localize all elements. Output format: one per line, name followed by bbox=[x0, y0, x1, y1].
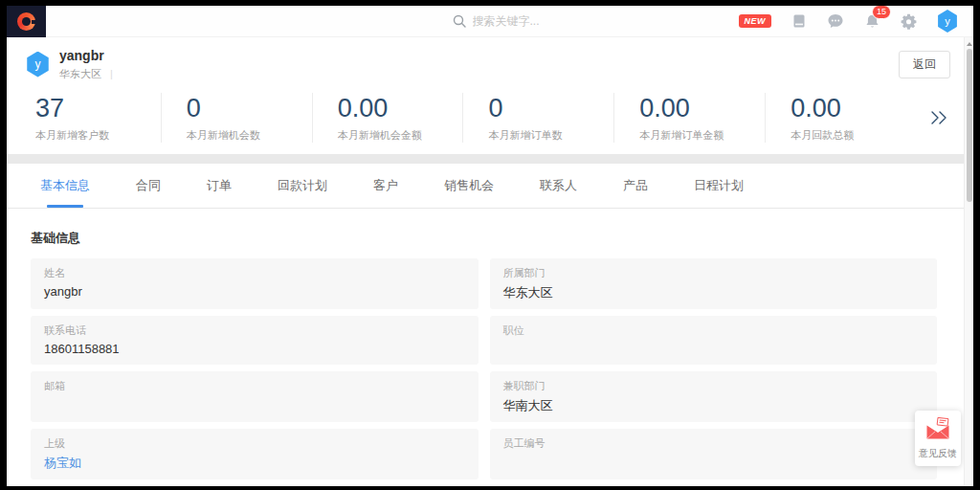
stat-new-orders: 0 本月新增订单数 bbox=[462, 93, 613, 143]
profile-header: y yangbr 华东大区 | 返回 bbox=[7, 37, 973, 91]
avatar-initial: y bbox=[945, 15, 950, 27]
stat-order-amount: 0.00 本月新增订单金额 bbox=[613, 93, 765, 143]
basic-info-panel: 基础信息 姓名 yangbr 所属部门 华东大区 联系电话 1860115888… bbox=[7, 209, 973, 486]
field-value bbox=[503, 455, 924, 470]
field-label: 兼职部门 bbox=[503, 379, 924, 393]
tab-sales-opportunity[interactable]: 销售机会 bbox=[444, 164, 494, 208]
stat-label: 本月新增客户数 bbox=[35, 128, 161, 143]
field-value: yangbr bbox=[44, 284, 465, 300]
stat-value: 37 bbox=[35, 93, 161, 125]
top-navbar: NEW 15 bbox=[7, 6, 973, 37]
feedback-button[interactable]: 意见反馈 bbox=[915, 411, 961, 466]
app-window: NEW 15 bbox=[7, 6, 973, 486]
tab-order[interactable]: 订单 bbox=[207, 164, 232, 208]
navbar-icons: NEW 15 bbox=[739, 10, 959, 33]
stat-payment-total: 0.00 本月回款总额 bbox=[765, 93, 916, 143]
field-value: 华南大区 bbox=[503, 397, 924, 414]
feedback-label: 意见反馈 bbox=[917, 447, 959, 460]
new-badge[interactable]: NEW bbox=[739, 14, 772, 28]
scrollbar[interactable] bbox=[964, 37, 973, 486]
supervisor-link[interactable]: 杨宝如 bbox=[44, 455, 465, 472]
field-name: 姓名 yangbr bbox=[31, 258, 479, 309]
feedback-envelope-icon bbox=[925, 417, 950, 440]
field-label: 上级 bbox=[44, 436, 465, 451]
stat-value: 0 bbox=[187, 93, 312, 125]
field-value bbox=[503, 342, 924, 357]
notifications-bell-icon[interactable]: 15 bbox=[864, 13, 880, 30]
tab-basic-info[interactable]: 基本信息 bbox=[40, 164, 90, 208]
profile-name: yangbr bbox=[59, 47, 113, 64]
field-label: 所属部门 bbox=[503, 266, 924, 280]
search-input[interactable] bbox=[473, 14, 616, 28]
stat-label: 本月新增订单数 bbox=[488, 128, 613, 143]
field-email: 邮箱 bbox=[31, 371, 479, 422]
scrollbar-thumb[interactable] bbox=[967, 49, 972, 202]
section-divider bbox=[7, 154, 973, 164]
tab-customer[interactable]: 客户 bbox=[373, 164, 398, 208]
profile-avatar-initial: y bbox=[35, 57, 41, 71]
tab-product[interactable]: 产品 bbox=[623, 164, 648, 208]
department-divider: | bbox=[110, 68, 113, 79]
app-logo[interactable] bbox=[7, 6, 46, 37]
notebook-icon[interactable] bbox=[791, 13, 807, 29]
stat-label: 本月新增机会数 bbox=[187, 128, 312, 143]
stat-value: 0 bbox=[488, 93, 613, 125]
stat-label: 本月回款总额 bbox=[791, 128, 916, 143]
profile-department-row: 华东大区 | bbox=[59, 67, 113, 81]
field-position: 职位 bbox=[490, 316, 938, 365]
search-icon bbox=[453, 14, 466, 28]
section-title: 基础信息 bbox=[31, 230, 937, 247]
expand-stats-icon[interactable] bbox=[916, 110, 960, 125]
stat-value: 0.00 bbox=[639, 93, 765, 125]
stat-value: 0.00 bbox=[791, 93, 916, 125]
chat-icon[interactable] bbox=[827, 12, 844, 30]
user-avatar[interactable]: y bbox=[937, 10, 958, 33]
tab-bar: 基本信息 合同 订单 回款计划 客户 销售机会 联系人 产品 日程计划 bbox=[7, 164, 973, 209]
tab-contact[interactable]: 联系人 bbox=[540, 164, 577, 208]
stat-opportunity-amount: 0.00 本月新增机会金额 bbox=[312, 93, 463, 143]
stat-new-opportunities: 0 本月新增机会数 bbox=[161, 93, 312, 143]
back-button[interactable]: 返回 bbox=[899, 51, 950, 78]
field-secondary-department: 兼职部门 华南大区 bbox=[490, 371, 938, 422]
field-label: 联系电话 bbox=[44, 323, 465, 338]
logo-c-icon bbox=[17, 12, 35, 31]
stat-value: 0.00 bbox=[338, 93, 463, 125]
search-box[interactable] bbox=[453, 14, 616, 28]
stat-new-customers: 37 本月新增客户数 bbox=[35, 93, 161, 143]
stat-label: 本月新增订单金额 bbox=[639, 128, 765, 143]
field-label: 员工编号 bbox=[503, 436, 924, 451]
stat-label: 本月新增机会金额 bbox=[338, 128, 463, 143]
field-label: 邮箱 bbox=[44, 379, 465, 393]
field-value: 18601158881 bbox=[44, 342, 465, 357]
field-label: 职位 bbox=[503, 323, 924, 338]
stats-row: 37 本月新增客户数 0 本月新增机会数 0.00 本月新增机会金额 0 本月新… bbox=[7, 91, 973, 154]
field-supervisor: 上级 杨宝如 bbox=[31, 429, 479, 479]
settings-gear-icon[interactable] bbox=[901, 13, 917, 30]
tab-payment-plan[interactable]: 回款计划 bbox=[278, 164, 327, 208]
tab-contract[interactable]: 合同 bbox=[136, 164, 161, 208]
form-grid: 姓名 yangbr 所属部门 华东大区 联系电话 18601158881 职位 … bbox=[31, 258, 937, 486]
field-employee-id: 员工编号 bbox=[490, 429, 938, 479]
tab-schedule[interactable]: 日程计划 bbox=[694, 164, 744, 208]
field-value bbox=[44, 397, 465, 412]
profile-avatar: y bbox=[26, 52, 50, 78]
field-department: 所属部门 华东大区 bbox=[490, 258, 938, 309]
field-value: 华东大区 bbox=[503, 284, 924, 301]
scrollbar-up-arrow[interactable] bbox=[967, 42, 972, 46]
field-label: 姓名 bbox=[44, 266, 465, 280]
notification-count-badge: 15 bbox=[872, 6, 891, 19]
profile-department: 华东大区 bbox=[59, 67, 101, 81]
field-phone: 联系电话 18601158881 bbox=[31, 316, 479, 365]
profile-info: yangbr 华东大区 | bbox=[59, 47, 113, 80]
